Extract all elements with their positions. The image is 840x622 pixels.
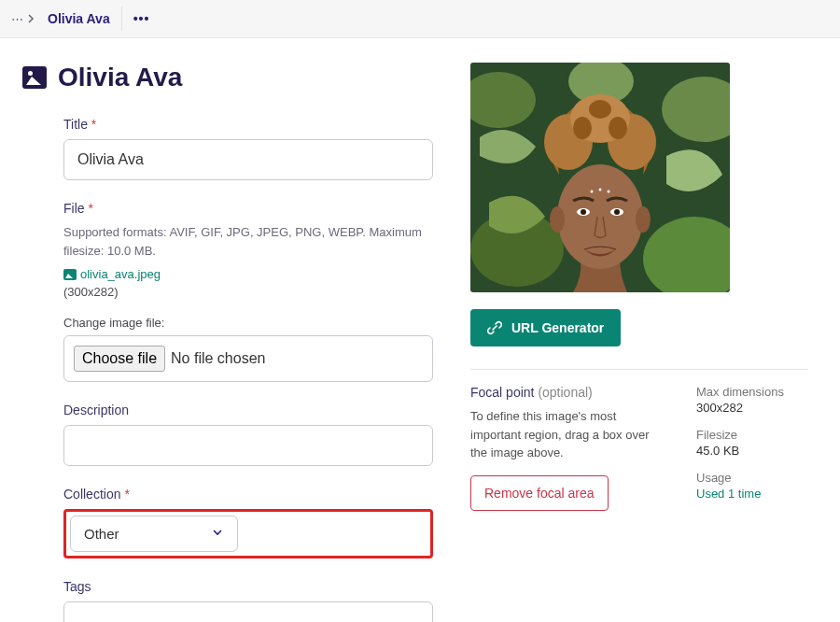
description-label: Description (63, 403, 433, 417)
svg-point-21 (608, 191, 610, 193)
svg-point-20 (599, 189, 602, 191)
max-dimensions-label: Max dimensions (696, 385, 808, 399)
image-icon (22, 66, 47, 89)
change-file-label: Change image file: (63, 316, 433, 330)
breadcrumb-divider (121, 7, 122, 31)
filesize-label: Filesize (696, 428, 808, 442)
svg-point-18 (614, 209, 620, 215)
svg-point-12 (589, 100, 611, 119)
file-dimensions: (300x282) (63, 285, 433, 299)
file-label: File * (63, 201, 433, 216)
file-chooser[interactable]: Choose file No file chosen (63, 335, 433, 382)
tags-label: Tags (63, 579, 433, 594)
more-actions-icon[interactable]: ••• (133, 11, 150, 26)
collection-label: Collection * (63, 487, 433, 502)
remove-focal-area-button[interactable]: Remove focal area (470, 475, 609, 511)
usage-label: Usage (696, 471, 808, 485)
no-file-chosen-text: No file chosen (171, 350, 265, 367)
top-bar: ⋯ Olivia Ava ••• (0, 0, 840, 38)
svg-point-14 (636, 206, 651, 233)
chevron-down-icon (211, 526, 224, 542)
svg-point-6 (557, 164, 643, 269)
usage-link[interactable]: Used 1 time (696, 487, 761, 501)
filesize-value: 45.0 KB (696, 444, 808, 458)
svg-point-11 (609, 117, 627, 139)
collection-highlight-outline: Other (63, 509, 433, 558)
image-preview[interactable] (470, 63, 730, 292)
focal-point-heading: Focal point (optional) (470, 385, 659, 400)
separator (470, 369, 808, 370)
svg-point-17 (581, 209, 586, 215)
file-help-text: Supported formats: AVIF, GIF, JPG, JPEG,… (63, 223, 433, 260)
file-link[interactable]: olivia_ava.jpeg (80, 267, 161, 281)
page-title: Olivia Ava (58, 63, 182, 92)
collection-value: Other (84, 526, 119, 542)
title-input[interactable] (63, 139, 433, 180)
choose-file-button[interactable]: Choose file (74, 346, 165, 372)
description-input[interactable] (63, 425, 433, 466)
focal-point-description: To define this image's most important re… (470, 407, 659, 462)
collection-select[interactable]: Other (70, 516, 238, 552)
tags-input[interactable] (63, 601, 433, 622)
svg-point-13 (550, 206, 565, 233)
link-icon (487, 320, 502, 335)
file-thumb-icon (63, 269, 77, 280)
svg-point-19 (591, 191, 594, 193)
max-dimensions-value: 300x282 (696, 401, 808, 415)
url-generator-button[interactable]: URL Generator (470, 309, 621, 346)
breadcrumb-title[interactable]: Olivia Ava (48, 11, 110, 26)
title-label: Title * (63, 117, 433, 132)
svg-point-10 (573, 117, 592, 139)
breadcrumb-root-icon[interactable]: ⋯ (11, 12, 36, 26)
file-link-row: olivia_ava.jpeg (63, 267, 433, 281)
